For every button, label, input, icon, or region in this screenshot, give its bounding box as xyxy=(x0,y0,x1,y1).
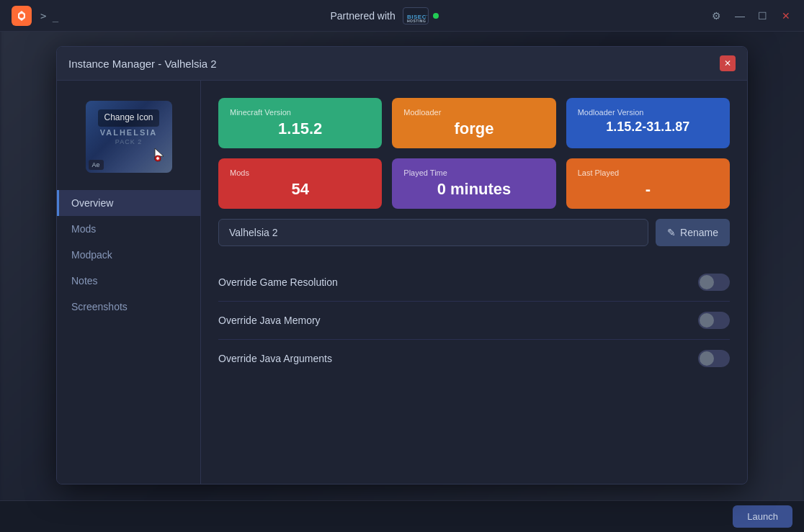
instance-name-input[interactable] xyxy=(218,219,648,246)
bottom-bar: Launch xyxy=(0,500,804,532)
stat-mods: Mods 54 xyxy=(218,158,382,209)
minimize-button[interactable]: — xyxy=(733,9,746,22)
sidebar-item-modpack[interactable]: Modpack xyxy=(57,242,200,268)
toggle-knob xyxy=(700,275,714,289)
window-body: VALHELSIA PACK 2 Change Icon xyxy=(57,81,747,484)
cmd-prompt: > _ xyxy=(40,10,58,22)
stats-row-2: Mods 54 Played Time 0 minutes Last Playe… xyxy=(218,158,730,209)
override-memory-toggle[interactable] xyxy=(698,312,730,329)
toggle-override-resolution: Override Game Resolution xyxy=(218,263,730,302)
change-icon-button[interactable]: VALHELSIA PACK 2 Change Icon xyxy=(86,101,172,173)
rename-button[interactable]: ✎ Rename xyxy=(656,219,730,246)
change-icon-label: Change Icon xyxy=(98,109,158,127)
stat-last-played: Last Played - xyxy=(566,158,730,209)
window-titlebar: Instance Manager - Valhelsia 2 ✕ xyxy=(57,47,747,81)
sidebar-item-mods[interactable]: Mods xyxy=(57,216,200,242)
settings-button[interactable]: ⚙ xyxy=(710,9,723,22)
stats-row-1: Minecraft Version 1.15.2 Modloader forge… xyxy=(218,98,730,148)
svg-point-0 xyxy=(19,14,24,18)
titlebar-center: Partnered with BISECT HOSTING xyxy=(331,7,439,24)
titlebar-right: ⚙ — ☐ ✕ xyxy=(710,9,792,22)
bisect-logo: BISECT HOSTING xyxy=(403,7,439,24)
sidebar-icon-area: VALHELSIA PACK 2 Change Icon xyxy=(57,89,200,184)
toggle-override-memory: Override Java Memory xyxy=(218,302,730,340)
partner-text: Partnered with xyxy=(331,10,396,22)
titlebar-left: > _ xyxy=(12,6,58,26)
online-indicator xyxy=(433,13,439,19)
window-close-button[interactable]: ✕ xyxy=(720,55,736,71)
sidebar-item-screenshots[interactable]: Screenshots xyxy=(57,294,200,320)
override-arguments-toggle[interactable] xyxy=(698,350,730,367)
stat-mc-version: Minecraft Version 1.15.2 xyxy=(218,98,382,148)
maximize-button[interactable]: ☐ xyxy=(756,9,769,22)
instance-manager-window: Instance Manager - Valhelsia 2 ✕ VALHELS… xyxy=(56,46,748,484)
stat-modloader-version: Modloader Version 1.15.2-31.1.87 xyxy=(566,98,730,148)
rename-row: ✎ Rename xyxy=(218,219,730,246)
stat-played-time: Played Time 0 minutes xyxy=(392,158,555,209)
rename-icon: ✎ xyxy=(667,227,676,238)
main-content: Minecraft Version 1.15.2 Modloader forge… xyxy=(201,81,747,484)
app-logo xyxy=(12,6,32,26)
launch-button[interactable]: Launch xyxy=(733,505,792,528)
sidebar: VALHELSIA PACK 2 Change Icon xyxy=(57,81,201,484)
ae-badge: Ae xyxy=(89,160,104,170)
toggle-knob xyxy=(700,313,714,328)
toggle-knob xyxy=(700,351,714,366)
toggle-override-arguments: Override Java Arguments xyxy=(218,340,730,377)
cursor-icon xyxy=(152,147,166,167)
svg-text:HOSTING: HOSTING xyxy=(407,19,426,23)
stat-modloader: Modloader forge xyxy=(392,98,555,148)
override-resolution-toggle[interactable] xyxy=(698,274,730,291)
app-titlebar: > _ Partnered with BISECT HOSTING ⚙ — ☐ … xyxy=(0,0,804,32)
bisect-icon: BISECT HOSTING xyxy=(403,7,429,24)
sidebar-item-overview[interactable]: Overview xyxy=(57,190,200,216)
window-title: Instance Manager - Valhelsia 2 xyxy=(68,58,217,70)
app-close-button[interactable]: ✕ xyxy=(780,9,792,22)
sidebar-item-notes[interactable]: Notes xyxy=(57,268,200,294)
